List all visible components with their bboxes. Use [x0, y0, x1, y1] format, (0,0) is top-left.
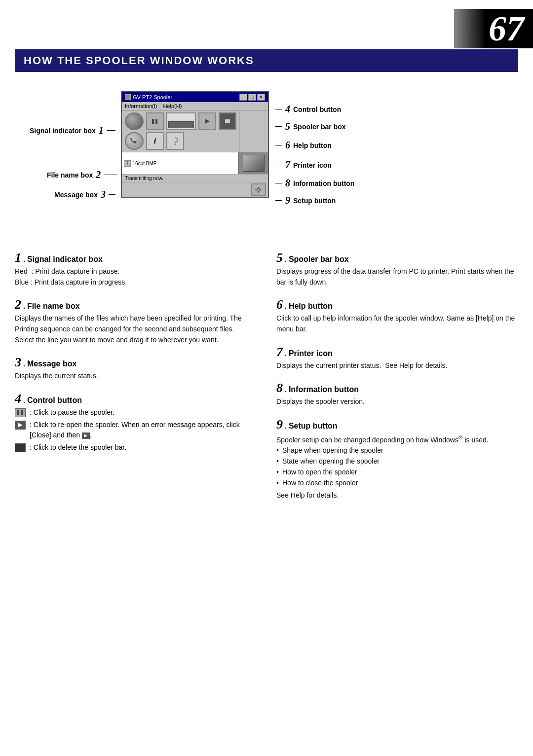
section-8-num: 8: [276, 382, 283, 395]
right-column: 5 . Spooler bar box Displays progress of…: [276, 252, 518, 512]
section-1: 1 . Signal indicator box Red : Print dat…: [15, 252, 257, 288]
section-7-body: Displays the current printer status. See…: [276, 360, 518, 371]
callout-control-label: 4 Control button: [275, 104, 341, 115]
section-8-title: Information button: [289, 385, 359, 394]
section-9-title: Setup button: [289, 422, 338, 431]
play-icon: [15, 421, 26, 430]
spooler-titlebar: GV-PT2 Spooler _ □ ×: [122, 92, 268, 102]
section-9-num: 9: [276, 418, 283, 431]
section-6-body: Click to call up help information for th…: [276, 313, 518, 334]
page-title: HOW THE SPOOLER WINDOW WORKS: [24, 54, 509, 67]
section-9-bullet-1: Shape when opening the spooler: [276, 445, 518, 456]
spooler-title-text: GV-PT2 Spooler: [133, 94, 172, 100]
section-7-title: Printer icon: [289, 349, 333, 358]
svg-point-4: [175, 144, 176, 145]
printer-icon: [238, 152, 268, 174]
file-list-area: 1 16cut.BMP: [122, 152, 268, 175]
section-4: 4 . Control button : Click to pause the …: [15, 393, 257, 453]
callout-message-label: Message box 3: [54, 189, 115, 200]
page-number-text: 67: [489, 11, 524, 46]
section-3-body: Displays the current status.: [15, 371, 257, 382]
callout-help-label: 6 Help button: [275, 140, 332, 151]
section-4-num: 4: [15, 393, 21, 405]
section-3-title: Message box: [27, 360, 76, 368]
section-8: 8 . Information button Displays the spoo…: [276, 382, 518, 407]
svg-marker-2: [205, 119, 210, 124]
section-3: 3 . Message box Displays the current sta…: [15, 356, 257, 382]
spooler-window-mockup: GV-PT2 Spooler _ □ × Information(I) Help…: [121, 91, 269, 198]
delete-icon: [15, 443, 26, 452]
section-3-num: 3: [15, 356, 21, 369]
main-content: 1 . Signal indicator box Red : Print dat…: [15, 252, 518, 512]
spooler-top-row: i: [122, 110, 268, 152]
section-9-footer: See Help for details.: [276, 490, 518, 501]
callout-signal-label: Signal indicator box 1: [30, 125, 115, 136]
section-1-num: 1: [15, 252, 21, 264]
section-9-bullet-4: How to close the spooler: [276, 478, 518, 489]
section-7-num: 7: [276, 346, 283, 359]
svg-rect-3: [225, 119, 230, 123]
section-9-bullet-2: State when opening the spooler: [276, 456, 518, 467]
section-5-body: Displays progress of the data transfer f…: [276, 266, 518, 288]
section-9: 9 . Setup button Spooler setup can be ch…: [276, 418, 518, 501]
left-column: 1 . Signal indicator box Red : Print dat…: [15, 252, 257, 512]
svg-rect-13: [17, 445, 23, 450]
svg-rect-0: [152, 119, 154, 124]
svg-rect-10: [17, 410, 19, 415]
spooler-title-icon: [125, 94, 131, 100]
spooler-bar-box: [166, 112, 196, 130]
info-button: i: [146, 132, 164, 150]
section-9-body: Spooler setup can be changed depending o…: [276, 433, 518, 445]
section-5: 5 . Spooler bar box Displays progress of…: [276, 252, 518, 288]
phone-indicator: [125, 132, 144, 150]
section-4-title: Control button: [27, 396, 82, 405]
svg-marker-12: [18, 423, 23, 428]
section-6-num: 6: [276, 298, 283, 311]
svg-rect-1: [155, 119, 157, 124]
pause-btn: [146, 112, 164, 130]
header-bar: HOW THE SPOOLER WINDOW WORKS: [15, 49, 518, 72]
setup-button: [251, 183, 266, 196]
callout-setup-label: 9 Setup button: [275, 195, 336, 206]
callout-info-label: 8 Information button: [275, 178, 354, 189]
callout-spooler-label: 5 Spooler bar box: [275, 121, 346, 132]
spooler-menubar: Information(I) Help(H): [122, 102, 268, 110]
section-1-title: Signal indicator box: [27, 255, 103, 264]
setup-btn-area: [122, 182, 268, 197]
control-subitem-1: : Click to pause the spooler.: [15, 407, 257, 418]
section-9-bullet-3: How to open the spooler: [276, 467, 518, 478]
section-6: 6 . Help button Click to call up help in…: [276, 298, 518, 334]
play-btn: [198, 112, 216, 130]
stop-btn: [219, 112, 236, 130]
section-2-body: Displays the names of the files which ha…: [15, 313, 257, 345]
svg-point-5: [257, 188, 260, 191]
callout-filename-label: File name box 2: [47, 169, 117, 180]
page-number: 67: [454, 9, 533, 48]
section-5-title: Spooler bar box: [289, 255, 349, 264]
section-6-title: Help button: [289, 302, 333, 311]
section-5-num: 5: [276, 252, 283, 264]
help-button: [166, 132, 184, 150]
signal-indicator-box: [125, 112, 144, 130]
callout-printer-label: 7 Printer icon: [275, 159, 332, 171]
section-7: 7 . Printer icon Displays the current pr…: [276, 346, 518, 371]
section-2-title: File name box: [27, 302, 80, 311]
control-subitem-2: : Click to re-open the spooler. When an …: [15, 420, 257, 440]
section-2: 2 . File name box Displays the names of …: [15, 298, 257, 345]
control-subitem-3: : Click to delete the spooler bar.: [15, 442, 257, 453]
filename-box: 1 16cut.BMP: [122, 152, 238, 174]
section-8-body: Displays the spooler version.: [276, 396, 518, 407]
diagram-section: Signal indicator box 1 File name box 2 M…: [15, 76, 518, 239]
section-2-num: 2: [15, 298, 21, 311]
section-1-body: Red : Print data capture in pause. Blue …: [15, 266, 257, 288]
svg-rect-11: [21, 410, 23, 415]
message-box: Transmitting now.: [122, 175, 268, 182]
pause-icon: [15, 408, 26, 417]
